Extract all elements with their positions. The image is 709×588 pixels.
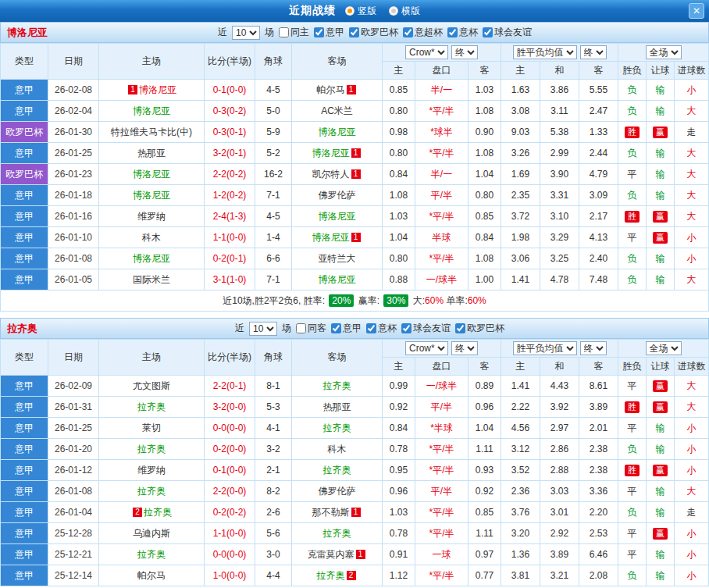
result-handicap-cell: 输 [647,143,675,164]
filter-checkbox-input[interactable] [401,323,412,333]
home-team-cell: 拉齐奥 [99,397,205,418]
result-goals-cell: 大 [675,397,709,418]
filter-checkbox[interactable]: 球会友谊 [401,322,451,335]
win-pill: 赢 [653,380,668,392]
league-type-cell: 意甲 [1,206,48,227]
away-team-name: 克雷莫内塞 [308,549,354,560]
filter-checkbox[interactable]: 意超杯 [403,26,443,39]
odds-cell: 0.77 [469,565,501,586]
odds-cell: 0.99 [383,376,415,397]
win-pill: 赢 [653,528,668,540]
filter-checkbox-input[interactable] [279,27,289,37]
filter-checkbox-input[interactable] [455,323,465,333]
date-cell: 26-01-05 [48,269,99,290]
avg-odds-cell: 1.63 [501,80,540,101]
avg-period-select[interactable]: 终 [580,341,607,355]
away-team-cell: 博洛尼亚 [292,206,383,227]
filter-checkbox[interactable]: 意甲 [331,322,362,335]
filter-checkbox-input[interactable] [349,27,359,37]
league-type-cell: 意甲 [1,227,48,248]
handicap-cell: *平/半 [415,206,469,227]
match-row: 意甲26-01-08博洛尼亚0-2(0-1)6-6亚特兰大0.80*平/半1.0… [1,248,709,269]
handicap-cell: 半球 [415,227,469,248]
home-team-cell: 乌迪内斯 [99,523,205,544]
filter-checkbox-label: 球会友谊 [413,322,451,335]
filter-checkbox[interactable]: 球会友谊 [483,26,532,39]
recent-count-select[interactable]: 10 [232,26,260,40]
close-button[interactable]: ✕ [689,3,704,19]
odds-period-select[interactable]: 终 [451,45,478,59]
red-card-badge: 1 [128,85,137,94]
result-handicap-cell: 输 [647,481,675,502]
avg-odds-cell: 3.29 [540,227,579,248]
filter-checkbox[interactable]: 意杯 [447,26,478,39]
filter-checkbox-input[interactable] [483,27,493,37]
avg-odds-cell: 2.88 [540,460,579,481]
odds-source-select[interactable]: Crow* [405,45,448,59]
avg-odds-cell: 3.10 [540,206,579,227]
filter-checkbox-input[interactable] [366,323,376,333]
away-team-cell: AC米兰 [292,101,383,122]
filter-checkbox[interactable]: 意杯 [366,322,397,335]
odds-cell: 1.08 [383,185,415,206]
away-team-name: 亚特兰大 [319,253,356,264]
avg-source-select[interactable]: 胜平负均值 [513,341,577,355]
home-team-name: 博洛尼亚 [139,84,176,95]
odds-group-header: Crow*终 [383,340,501,358]
filter-checkbox[interactable]: 欧罗巴杯 [455,322,504,335]
result-outcome-cell: 平 [618,523,647,544]
avg-group-header: 胜平负均值终 [501,44,618,62]
layout-radio-vertical[interactable]: 竖版 [345,5,376,18]
stats-footer-part: 赢率: [355,295,382,306]
avg-odds-cell: 2.38 [579,439,618,460]
league-type-cell: 意甲 [1,376,48,397]
match-row: 意甲26-01-18博洛尼亚1-2(0-2)7-1佛罗伦萨1.08平/半0.80… [1,185,709,206]
result-handicap-cell: 赢 [647,397,675,418]
layout-radio-horizontal[interactable]: 横版 [389,5,420,18]
avg-odds-cell: 3.31 [540,185,579,206]
avg-odds-cell: 5.55 [579,80,618,101]
column-header: 主场 [99,340,205,376]
odds-cell: 1.04 [469,418,501,439]
filter-checkbox-input[interactable] [314,27,324,37]
column-header: 比分(半场) [205,340,255,376]
win-pill: 赢 [653,127,668,138]
home-team-name: 维罗纳 [137,211,166,222]
column-header: 盘口 [415,358,469,376]
away-team-cell: 博洛尼亚 [292,122,383,143]
win-pill: 赢 [653,232,668,244]
score-cell: 0-1(0-0) [205,80,255,101]
column-header: 和 [540,62,579,80]
filter-checkbox[interactable]: 意甲 [314,26,344,39]
avg-odds-cell: 4.79 [579,164,618,185]
avg-source-select[interactable]: 胜平负均值 [513,45,577,59]
filter-checkbox[interactable]: 同主 [279,26,309,39]
handicap-cell: *平/半 [415,248,469,269]
filter-checkbox-input[interactable] [403,27,413,37]
filter-checkbox[interactable]: 同客 [296,322,326,335]
filter-checkbox-input[interactable] [447,27,458,37]
score-cell: 0-0(0-0) [205,418,255,439]
recent-count-select[interactable]: 10 [249,322,277,336]
result-outcome-cell: 负 [618,80,647,101]
home-team-cell: 博洛尼亚 [99,164,205,185]
scope-select[interactable]: 全场 [646,45,682,59]
avg-period-select[interactable]: 终 [580,45,607,59]
odds-source-select[interactable]: Crow* [405,341,448,355]
home-team-name: 博洛尼亚 [133,190,170,201]
scope-select[interactable]: 全场 [646,341,682,355]
filter-checkbox[interactable]: 欧罗巴杯 [349,26,398,39]
stats-footer-part: 大: [410,295,425,306]
result-outcome-cell: 平 [618,376,647,397]
column-header: 角球 [255,44,292,80]
corner-cell: 8-1 [255,376,292,397]
home-team-cell: 帕尔马 [99,565,205,586]
corner-cell: 5-3 [255,397,292,418]
match-filters: 近10场同客意甲意杯球会友谊欧罗巴杯 [37,322,702,336]
avg-odds-cell: 3.52 [501,460,540,481]
result-handicap-cell: 输 [647,80,675,101]
odds-period-select[interactable]: 终 [451,341,478,355]
filter-checkbox-input[interactable] [331,323,341,333]
filter-checkbox-input[interactable] [296,323,306,333]
avg-odds-cell: 2.01 [579,418,618,439]
